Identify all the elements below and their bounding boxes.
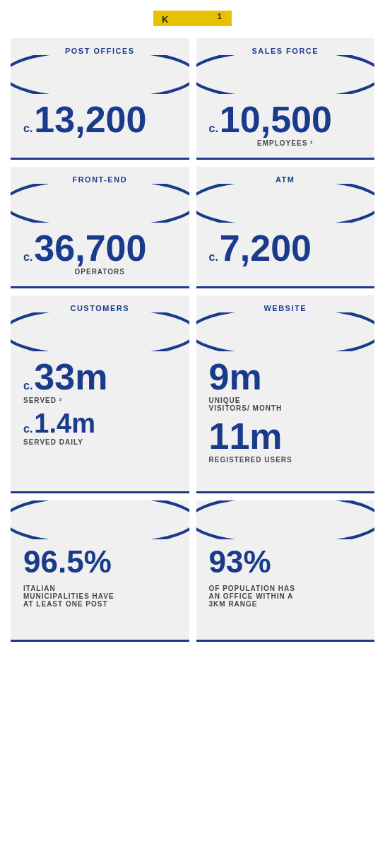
arc-post-offices xyxy=(11,55,189,94)
customers-stat-2: c. 1.4m SERVED DAILY xyxy=(23,410,177,446)
post-offices-prefix: c. xyxy=(23,122,32,135)
customers-value-2: 1.4m xyxy=(34,410,95,437)
customers-stat-line-2: c. 1.4m xyxy=(23,410,177,437)
population-label: OF POPULATION HASAN OFFICE WITHIN A3KM R… xyxy=(209,585,362,608)
arc-shape xyxy=(196,184,375,223)
card-customers-body: c. 33m SERVED ³ c. 1.4m SERVED DAILY xyxy=(11,351,189,446)
card-municipalities-body: 96.5% ITALIANMUNICIPALITIES HAVEAT LEAST… xyxy=(11,539,189,608)
website-stat-2: 11m REGISTERED USERS xyxy=(209,418,362,464)
atm-value: 7,200 xyxy=(220,230,312,266)
website-label-1: UNIQUEVISITORS/ MONTH xyxy=(209,397,362,412)
municipalities-label: ITALIANMUNICIPALITIES HAVEAT LEAST ONE P… xyxy=(23,585,177,608)
customers-prefix-2: c. xyxy=(23,423,32,435)
population-value: 93% xyxy=(209,546,271,577)
customers-value-1: 33m xyxy=(34,358,107,395)
card-sales-force: SALES FORCE c. 10,500 EMPLOYEES ² xyxy=(196,38,375,160)
customers-stat-line-1: c. 33m xyxy=(23,358,177,395)
arc-population xyxy=(196,500,375,539)
arc-sales-force xyxy=(196,55,375,94)
arc-website xyxy=(196,312,375,351)
sales-force-value: 10,500 xyxy=(220,101,332,138)
sales-force-bottom-line xyxy=(196,158,375,160)
website-stat-line-1: 9m xyxy=(209,358,362,395)
card-sales-force-header: SALES FORCE xyxy=(196,38,375,55)
card-population-body: 93% OF POPULATION HASAN OFFICE WITHIN A3… xyxy=(196,539,375,608)
front-end-bottom-line xyxy=(11,286,189,288)
arc-shape xyxy=(196,312,375,351)
municipalities-bottom-line xyxy=(11,640,189,642)
arc-shape xyxy=(196,55,375,94)
sales-force-stat: c. 10,500 xyxy=(209,101,362,138)
card-atm: ATM c. 7,200 xyxy=(196,167,375,288)
post-offices-value: 13,200 xyxy=(34,101,146,138)
population-bottom-line xyxy=(196,640,375,642)
card-sales-force-body: c. 10,500 EMPLOYEES ² xyxy=(196,94,375,147)
atm-prefix: c. xyxy=(209,251,218,264)
arc-shape xyxy=(196,500,375,539)
atm-bottom-line xyxy=(196,286,375,288)
front-end-value: 36,700 xyxy=(34,230,146,266)
card-customers-header: CUSTOMERS xyxy=(11,295,189,312)
sales-force-label: EMPLOYEES ² xyxy=(209,139,362,147)
card-website-header: WEBSITE xyxy=(196,295,375,312)
page-title: K 1 xyxy=(153,11,232,26)
card-front-end-header: FRONT-END xyxy=(11,167,189,184)
customers-stat-1: c. 33m SERVED ³ xyxy=(23,358,177,404)
card-post-offices: POST OFFICES c. 13,200 xyxy=(11,38,189,160)
arc-shape xyxy=(11,500,189,539)
card-website: WEBSITE 9m UNIQUEVISITORS/ MONTH 11m REG… xyxy=(196,295,375,493)
card-customers: CUSTOMERS c. 33m SERVED ³ c. 1.4m SERVED… xyxy=(11,295,189,493)
sales-force-prefix: c. xyxy=(209,122,218,135)
customers-label-1: SERVED ³ xyxy=(23,397,177,404)
arc-atm xyxy=(196,184,375,223)
website-stat-1: 9m UNIQUEVISITORS/ MONTH xyxy=(209,358,362,412)
arc-customers xyxy=(11,312,189,351)
page-title-wrapper: K 1 xyxy=(0,0,385,35)
website-bottom-line xyxy=(196,491,375,493)
website-stat-line-2: 11m xyxy=(209,418,362,454)
atm-stat: c. 7,200 xyxy=(209,230,362,266)
population-stat: 93% xyxy=(209,546,362,577)
arc-shape xyxy=(11,312,189,351)
card-municipalities: 96.5% ITALIANMUNICIPALITIES HAVEAT LEAST… xyxy=(11,500,189,642)
front-end-label: OPERATORS xyxy=(23,268,177,276)
municipalities-stat: 96.5% xyxy=(23,546,177,577)
card-front-end: FRONT-END c. 36,700 OPERATORS xyxy=(11,167,189,288)
arc-front-end xyxy=(11,184,189,223)
card-post-offices-body: c. 13,200 xyxy=(11,94,189,138)
customers-label-2: SERVED DAILY xyxy=(23,438,177,446)
card-population: 93% OF POPULATION HASAN OFFICE WITHIN A3… xyxy=(196,500,375,642)
card-atm-body: c. 7,200 xyxy=(196,223,375,266)
arc-shape xyxy=(11,184,189,223)
municipalities-value: 96.5% xyxy=(23,546,112,577)
card-website-body: 9m UNIQUEVISITORS/ MONTH 11m REGISTERED … xyxy=(196,351,375,464)
arc-shape xyxy=(11,55,189,94)
stats-grid: POST OFFICES c. 13,200 SALES FORCE c. 10… xyxy=(0,35,385,645)
arc-municipalities xyxy=(11,500,189,539)
card-post-offices-header: POST OFFICES xyxy=(11,38,189,55)
website-value-2: 11m xyxy=(209,418,283,454)
website-value-1: 9m xyxy=(209,358,262,395)
post-offices-bottom-line xyxy=(11,158,189,160)
card-atm-header: ATM xyxy=(196,167,375,184)
front-end-stat: c. 36,700 xyxy=(23,230,177,266)
website-label-2: REGISTERED USERS xyxy=(209,456,362,464)
customers-prefix-1: c. xyxy=(23,380,32,392)
card-front-end-body: c. 36,700 OPERATORS xyxy=(11,223,189,276)
front-end-prefix: c. xyxy=(23,251,32,264)
post-offices-stat: c. 13,200 xyxy=(23,101,177,138)
customers-bottom-line xyxy=(11,491,189,493)
